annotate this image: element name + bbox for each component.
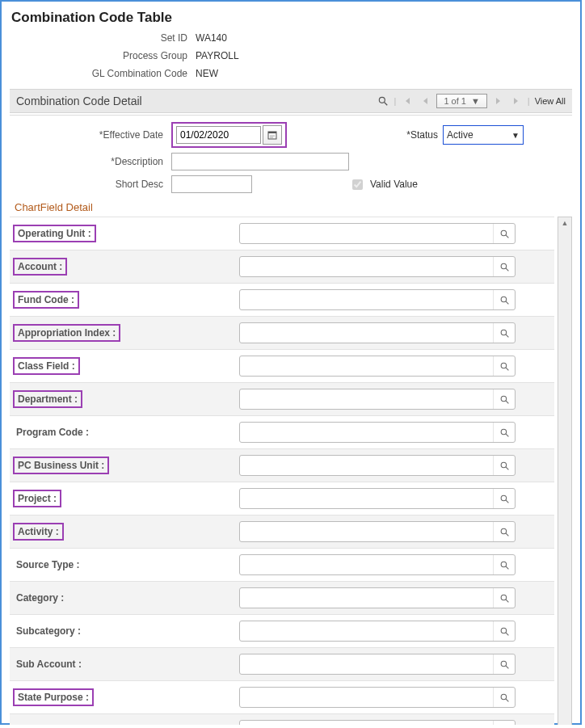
chartfield-input[interactable] — [240, 257, 493, 276]
lookup-icon[interactable] — [493, 721, 515, 725]
chartfield-lookup — [239, 587, 516, 608]
page-title: Combination Code Table — [11, 10, 572, 26]
svg-point-4 — [270, 135, 271, 136]
svg-point-27 — [501, 528, 507, 534]
description-input[interactable] — [171, 153, 349, 170]
svg-point-37 — [501, 694, 507, 700]
svg-point-9 — [501, 230, 507, 236]
lookup-icon[interactable] — [493, 654, 515, 674]
chartfield-label: Program Code : — [13, 425, 92, 440]
chartfield-lookup — [239, 621, 516, 642]
pager-caret-icon: ▼ — [471, 96, 480, 106]
lookup-icon[interactable] — [493, 555, 515, 574]
svg-line-22 — [506, 434, 508, 436]
status-select[interactable]: Active ▼ — [443, 125, 524, 145]
calendar-icon[interactable] — [263, 125, 282, 145]
svg-line-14 — [506, 301, 508, 304]
chartfield-input[interactable] — [240, 423, 493, 442]
chartfield-label: Source Type : — [13, 558, 82, 572]
chartfield-row: Sub Account : — [10, 648, 554, 681]
lookup-icon[interactable] — [493, 456, 515, 475]
chartfield-input[interactable] — [240, 588, 493, 608]
chartfield-input[interactable] — [240, 721, 493, 725]
chartfield-label: Fund Code : — [13, 291, 79, 309]
set-id-label: Set ID — [10, 31, 196, 45]
chartfield-input[interactable] — [240, 389, 493, 409]
chartfield-input[interactable] — [240, 555, 493, 574]
lookup-icon[interactable] — [493, 290, 515, 309]
short-desc-input[interactable] — [171, 175, 252, 193]
first-page-icon[interactable] — [401, 95, 414, 107]
chartfield-lookup — [239, 322, 516, 343]
chartfield-label: Appropriation Index : — [13, 324, 120, 342]
chartfield-row: Category : — [10, 582, 554, 615]
chartfield-lookup — [239, 223, 516, 244]
lookup-icon[interactable] — [493, 389, 515, 409]
lookup-icon[interactable] — [493, 489, 515, 508]
chartfield-input[interactable] — [240, 621, 493, 641]
lookup-icon[interactable] — [493, 621, 515, 641]
lookup-icon[interactable] — [493, 688, 515, 707]
svg-point-0 — [379, 97, 385, 103]
svg-point-13 — [501, 297, 507, 302]
svg-line-12 — [506, 268, 508, 271]
svg-line-38 — [506, 699, 508, 701]
chartfield-input[interactable] — [240, 323, 493, 343]
chartfield-row: Source Type : — [10, 549, 554, 582]
chartfield-label: PC Business Unit : — [13, 457, 109, 474]
svg-line-36 — [506, 666, 508, 668]
chartfield-table: Operating Unit :Account :Fund Code :Appr… — [10, 217, 554, 725]
chartfield-input[interactable] — [240, 224, 493, 243]
vertical-scrollbar[interactable]: ▲ ▼ — [558, 217, 572, 725]
view-all-link[interactable]: View All — [535, 96, 566, 106]
chartfield-label: Project : — [13, 490, 61, 507]
lookup-icon[interactable] — [493, 423, 515, 442]
lookup-icon[interactable] — [493, 522, 515, 541]
lookup-icon[interactable] — [493, 588, 515, 608]
svg-rect-3 — [268, 132, 276, 133]
process-group-label: Process Group — [10, 48, 196, 63]
svg-point-25 — [501, 495, 507, 501]
lookup-icon[interactable] — [493, 257, 515, 276]
chartfield-input[interactable] — [240, 522, 493, 541]
gl-combo-label: GL Combination Code — [10, 66, 196, 81]
svg-point-21 — [501, 429, 507, 435]
svg-point-5 — [271, 135, 272, 136]
svg-point-35 — [501, 661, 507, 667]
chartfield-row: Project : — [10, 482, 554, 515]
section-title: Combination Code Detail — [16, 95, 142, 107]
chartfield-row: Account : — [10, 250, 554, 284]
svg-point-15 — [501, 330, 507, 335]
chartfield-input[interactable] — [240, 290, 493, 309]
chartfield-input[interactable] — [240, 688, 493, 707]
scroll-up-icon[interactable]: ▲ — [562, 217, 569, 229]
chartfield-lookup — [239, 687, 516, 708]
divider: | — [528, 96, 530, 106]
chartfield-label: Affiliate : — [13, 723, 61, 725]
page-indicator[interactable]: 1 of 1 ▼ — [436, 94, 486, 108]
lookup-icon[interactable] — [493, 356, 515, 376]
effective-date-input[interactable] — [176, 126, 261, 144]
chartfield-row: Class Field : — [10, 350, 554, 383]
chartfield-label: Department : — [13, 390, 82, 408]
chartfield-row: PC Business Unit : — [10, 449, 554, 482]
chartfield-input[interactable] — [240, 489, 493, 508]
next-page-icon[interactable] — [492, 95, 505, 107]
prev-page-icon[interactable] — [419, 95, 431, 107]
last-page-icon[interactable] — [510, 95, 523, 107]
svg-point-7 — [270, 137, 271, 137]
chartfield-input[interactable] — [240, 456, 493, 475]
lookup-icon[interactable] — [493, 323, 515, 343]
chartfield-lookup — [239, 356, 516, 377]
find-icon[interactable] — [377, 95, 389, 107]
svg-line-16 — [506, 335, 508, 337]
chartfield-input[interactable] — [240, 654, 493, 674]
chartfield-row: Subcategory : — [10, 615, 554, 648]
chartfield-label: Sub Account : — [13, 657, 85, 671]
chartfield-lookup — [239, 256, 516, 277]
valid-value-checkbox — [352, 179, 363, 190]
chartfield-input[interactable] — [240, 356, 493, 376]
chartfield-label: Subcategory : — [13, 624, 84, 638]
lookup-icon[interactable] — [493, 224, 515, 243]
status-label: *Status — [406, 129, 438, 141]
